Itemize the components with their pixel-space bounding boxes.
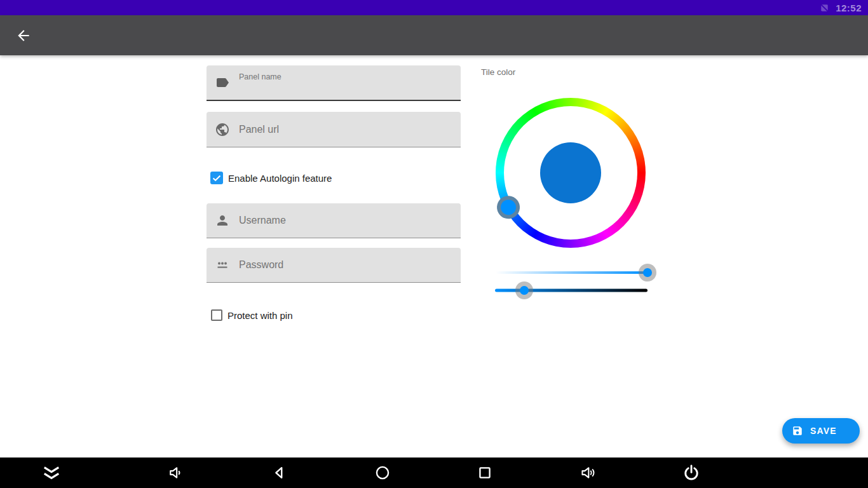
save-icon bbox=[792, 425, 803, 437]
status-bar-right: 12:52 bbox=[819, 0, 862, 15]
back-button[interactable] bbox=[10, 22, 37, 49]
check-icon bbox=[212, 173, 222, 183]
pin-checkbox-row[interactable]: Protect with pin bbox=[211, 308, 293, 322]
navigation-bar bbox=[0, 458, 868, 488]
checkbox-unchecked-icon[interactable] bbox=[211, 309, 222, 321]
arrow-back-icon bbox=[15, 27, 32, 44]
volume-up-button[interactable] bbox=[573, 458, 604, 488]
screen: 12:52 Panel name Panel url Enable Autolo… bbox=[0, 0, 868, 488]
password-field[interactable]: Password bbox=[207, 248, 461, 283]
no-sim-icon bbox=[819, 3, 830, 13]
person-icon bbox=[215, 213, 230, 228]
volume-down-icon bbox=[167, 464, 185, 482]
panel-url-field[interactable]: Panel url bbox=[207, 112, 461, 147]
volume-up-icon bbox=[580, 464, 597, 482]
checkbox-checked-icon[interactable] bbox=[210, 172, 223, 184]
save-button[interactable]: SAVE bbox=[782, 418, 860, 444]
hide-navbar-icon bbox=[41, 464, 62, 482]
power-button[interactable] bbox=[675, 458, 707, 488]
back-icon bbox=[271, 464, 288, 482]
tile-color-title: Tile color bbox=[481, 67, 515, 77]
recents-button[interactable] bbox=[469, 458, 501, 488]
home-icon bbox=[374, 464, 391, 482]
password-dots-icon bbox=[215, 257, 230, 273]
selected-color-swatch bbox=[540, 142, 601, 203]
panel-url-label: Panel url bbox=[239, 124, 279, 135]
volume-down-button[interactable] bbox=[160, 458, 192, 488]
password-label: Password bbox=[239, 259, 283, 271]
home-button[interactable] bbox=[367, 458, 398, 488]
hide-navbar-button[interactable] bbox=[36, 458, 67, 488]
clock: 12:52 bbox=[836, 3, 862, 13]
autologin-label: Enable Autologin feature bbox=[228, 173, 332, 184]
panel-name-field[interactable]: Panel name bbox=[207, 65, 461, 101]
saturation-slider bbox=[496, 264, 648, 281]
saturation-handle[interactable] bbox=[639, 264, 656, 281]
save-button-label: SAVE bbox=[810, 426, 837, 436]
tag-icon bbox=[215, 75, 230, 90]
status-bar: 12:52 bbox=[0, 0, 868, 15]
autologin-checkbox-row[interactable]: Enable Autologin feature bbox=[210, 170, 332, 186]
globe-icon bbox=[215, 122, 230, 137]
panel-name-label: Panel name bbox=[239, 72, 281, 81]
app-bar bbox=[0, 15, 868, 55]
pin-label: Protect with pin bbox=[227, 310, 293, 321]
color-wheel bbox=[496, 98, 646, 248]
username-field[interactable]: Username bbox=[207, 203, 461, 238]
username-label: Username bbox=[239, 215, 286, 226]
power-icon bbox=[682, 463, 701, 482]
back-nav-button[interactable] bbox=[264, 458, 295, 488]
brightness-slider bbox=[495, 281, 648, 299]
recents-icon bbox=[476, 464, 494, 482]
saturation-track[interactable] bbox=[496, 271, 648, 274]
brightness-handle[interactable] bbox=[515, 281, 533, 299]
